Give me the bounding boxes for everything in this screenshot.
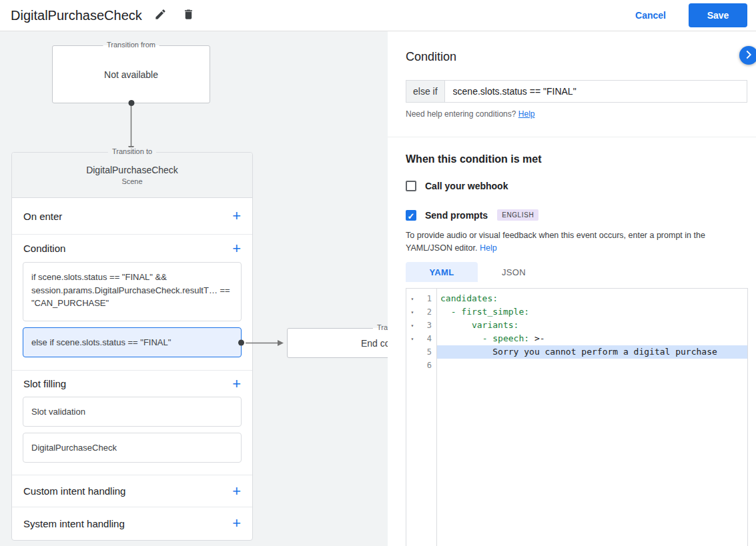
add-icon[interactable]: + — [232, 377, 241, 391]
scene-diagram-canvas[interactable]: Transition from Not available Transition… — [0, 31, 388, 546]
code-token: candidates: — [440, 293, 498, 303]
trash-icon — [182, 8, 195, 23]
end-conversation-node[interactable]: Transition to End conversation — [287, 328, 388, 358]
slot-card[interactable]: DigitalPurchaseCheck — [23, 433, 242, 463]
system-intent-label: System intent handling — [23, 518, 125, 529]
yaml-editor[interactable]: ▾1▾2▾3▾456 candidates: - first_simple: v… — [406, 288, 748, 546]
code-token: variants: — [472, 320, 518, 330]
condition-help-text: Need help entering conditions? Help — [406, 109, 534, 119]
collapse-panel-button[interactable] — [739, 46, 756, 65]
code-line[interactable]: - speech: >- — [437, 332, 747, 345]
fold-icon[interactable]: ▾ — [406, 323, 418, 329]
code-line[interactable]: - first_simple: — [437, 305, 747, 319]
transition-from-node[interactable]: Transition from Not available — [52, 45, 210, 103]
add-icon[interactable]: + — [232, 516, 241, 531]
send-prompts-row: ✓ Send prompts ENGLISH — [406, 209, 538, 221]
scene-node[interactable]: Transition to DigitalPurchaseCheck Scene… — [11, 152, 253, 541]
slot-filling-section: Slot filling + Slot validation DigitalPu… — [12, 371, 252, 475]
slot-filling-label: Slot filling — [23, 378, 66, 389]
call-webhook-row: Call your webhook — [406, 181, 508, 191]
transition-to-label: Transition to — [108, 147, 156, 155]
code-token: - speech: — [482, 333, 529, 343]
line-number: 2 — [418, 307, 436, 317]
delete-scene-button[interactable] — [179, 6, 198, 25]
end-node-value: End conversation — [361, 338, 388, 349]
add-icon[interactable]: + — [232, 484, 241, 499]
cancel-button[interactable]: Cancel — [635, 10, 666, 21]
system-intent-section: System intent handling + — [12, 507, 252, 539]
editor-tabs: YAML JSON — [406, 262, 550, 282]
rename-scene-button[interactable] — [151, 6, 170, 25]
on-enter-label: On enter — [23, 211, 62, 222]
panel-divider — [388, 137, 756, 137]
editor-code[interactable]: candidates: - first_simple: variants: - … — [437, 289, 747, 546]
scene-node-header: DigitalPurchaseCheck Scene — [12, 153, 252, 198]
code-token: Sorry you cannot perform a digital purch… — [440, 347, 717, 357]
condition-expression-input[interactable] — [445, 81, 747, 102]
send-prompts-checkbox[interactable]: ✓ — [406, 210, 416, 221]
transition-arrow-down-icon — [127, 106, 135, 153]
fold-icon[interactable]: ▾ — [406, 296, 418, 302]
help-prompt-text: Need help entering conditions? — [406, 109, 518, 119]
add-icon[interactable]: + — [232, 241, 241, 256]
slot-card[interactable]: Slot validation — [23, 397, 242, 427]
condition-section: Condition + if scene.slots.status == "FI… — [12, 235, 252, 371]
tab-json[interactable]: JSON — [478, 262, 550, 282]
line-number: 3 — [418, 321, 436, 330]
transition-from-label: Transition from — [103, 41, 159, 49]
condition-card-selected[interactable]: else if scene.slots.status == "FINAL" — [23, 327, 242, 357]
save-button[interactable]: Save — [689, 3, 747, 27]
code-line[interactable]: variants: — [437, 319, 747, 332]
hint-help-link[interactable]: Help — [480, 243, 497, 253]
tab-yaml[interactable]: YAML — [406, 262, 478, 282]
end-node-label: Transition to — [373, 323, 388, 331]
prompt-hint-text: To provide audio or visual feedback when… — [406, 229, 747, 255]
code-line[interactable]: Sorry you cannot perform a digital purch… — [437, 345, 747, 359]
code-token — [440, 333, 482, 343]
condition-card[interactable]: if scene.slots.status == "FINAL" && sess… — [23, 262, 242, 321]
connector-dot — [238, 339, 244, 345]
code-line[interactable] — [437, 359, 747, 372]
chevron-right-icon — [741, 47, 756, 64]
line-number: 6 — [418, 361, 436, 370]
line-number: 4 — [418, 334, 436, 343]
code-token — [440, 307, 451, 317]
line-number: 1 — [418, 294, 436, 303]
scene-node-title: DigitalPurchaseCheck — [86, 165, 178, 175]
language-badge: ENGLISH — [497, 209, 538, 221]
connector-dot — [128, 100, 134, 106]
help-link[interactable]: Help — [518, 109, 535, 119]
code-token: >- — [529, 333, 544, 343]
condition-expression-row: else if — [406, 80, 747, 103]
on-enter-section: On enter + — [12, 198, 252, 235]
page-title: DigitalPurchaseCheck — [11, 8, 142, 23]
call-webhook-label: Call your webhook — [425, 181, 508, 191]
editor-gutter: ▾1▾2▾3▾456 — [406, 289, 437, 546]
add-icon[interactable]: + — [232, 209, 241, 223]
top-bar: DigitalPurchaseCheck Cancel Save — [0, 0, 756, 31]
line-number: 5 — [418, 347, 436, 357]
custom-intent-label: Custom intent handling — [23, 485, 125, 497]
panel-title: Condition — [406, 50, 456, 64]
pencil-icon — [154, 8, 167, 23]
hint-body-text: To provide audio or visual feedback when… — [406, 231, 705, 253]
condition-section-label: Condition — [23, 243, 65, 254]
transition-arrow-right-icon — [246, 339, 284, 347]
call-webhook-checkbox[interactable] — [406, 181, 416, 191]
fold-icon[interactable]: ▾ — [406, 336, 418, 342]
code-line[interactable]: candidates: — [437, 292, 747, 305]
custom-intent-section: Custom intent handling + — [12, 475, 252, 507]
code-token: - first_simple: — [451, 307, 529, 317]
send-prompts-label: Send prompts — [425, 210, 488, 221]
transition-from-value: Not available — [104, 69, 158, 80]
when-condition-met-title: When this condition is met — [406, 153, 542, 165]
condition-prefix-label: else if — [406, 81, 445, 102]
code-token — [440, 320, 472, 330]
condition-card-text: else if scene.slots.status == "FINAL" — [31, 337, 171, 347]
scene-node-type: Scene — [121, 177, 142, 185]
fold-icon[interactable]: ▾ — [406, 309, 418, 315]
condition-editor-panel: Condition else if Need help entering con… — [388, 31, 756, 546]
